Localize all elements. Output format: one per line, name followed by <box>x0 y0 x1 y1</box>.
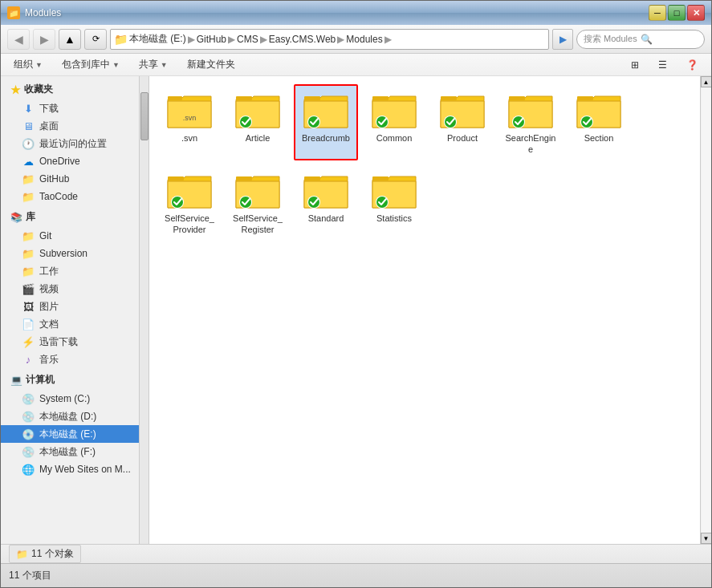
scroll-down-arrow[interactable]: ▼ <box>701 533 712 544</box>
sidebar-item-drive-f[interactable]: 💿 本地磁盘 (F:) <box>1 443 149 460</box>
scrollbar-thumb[interactable] <box>140 92 149 140</box>
sidebar-item-desktop[interactable]: 🖥 桌面 <box>1 117 149 135</box>
file-content: .svn .svn Article Breadc <box>149 76 711 544</box>
pictures-icon: 🖼 <box>22 301 35 313</box>
file-label: SelfService_Provider <box>162 213 217 236</box>
svg-rect-31 <box>577 96 593 100</box>
file-item[interactable]: Statistics <box>362 164 426 241</box>
sidebar-item-pictures[interactable]: 🖼 图片 <box>1 298 149 315</box>
breadcrumb-sep: ▶ <box>260 34 267 45</box>
sidebar-header-library[interactable]: 📚 库 <box>1 207 149 227</box>
sidebar-header-favorites[interactable]: ★ 收藏夹 <box>1 79 149 99</box>
sidebar-item-drive-e[interactable]: 💿 本地磁盘 (E:) <box>1 425 149 443</box>
address-bar[interactable]: 📁 本地磁盘 (E:) ▶ GitHub ▶ CMS ▶ Easy.CMS.We… <box>110 29 549 50</box>
menu-help[interactable]: ❓ <box>678 57 706 73</box>
folder-icon-container <box>370 89 418 131</box>
sidebar-item-drive-c[interactable]: 💿 System (C:) <box>1 390 149 408</box>
svg-rect-11 <box>304 96 320 100</box>
file-item[interactable]: Article <box>226 84 290 160</box>
file-item[interactable]: SearchEngine <box>498 84 563 160</box>
file-label: Product <box>447 132 478 144</box>
menu-include-library[interactable]: 包含到库中 ▼ <box>54 55 128 74</box>
sidebar-scrollbar[interactable] <box>139 76 149 544</box>
subversion-icon: 📁 <box>22 248 35 260</box>
back-button[interactable]: ◀ <box>7 29 30 50</box>
svg-rect-6 <box>236 96 252 100</box>
svg-rect-36 <box>168 176 184 180</box>
breadcrumb-item[interactable]: Easy.CMS.Web <box>269 34 336 45</box>
sidebar-header-computer[interactable]: 💻 计算机 <box>1 370 149 390</box>
breadcrumb-item[interactable]: GitHub <box>197 34 226 45</box>
sidebar-item-drive-d[interactable]: 💿 本地磁盘 (D:) <box>1 408 149 425</box>
menu-organize[interactable]: 组织 ▼ <box>6 55 51 74</box>
file-item[interactable]: SelfService_Register <box>226 164 290 241</box>
go-button[interactable]: ▶ <box>552 29 573 50</box>
breadcrumb-sep: ▶ <box>384 34 392 45</box>
search-label: 搜索 Modules <box>584 33 637 45</box>
menu-new-folder[interactable]: 新建文件夹 <box>179 55 243 74</box>
sidebar-item-thunder[interactable]: ⚡ 迅雷下载 <box>1 333 149 351</box>
minimize-button[interactable]: ─ <box>649 5 666 21</box>
sidebar-item-download[interactable]: ⬇ 下载 <box>1 99 149 117</box>
main-window: 📁 Modules ─ □ ✕ ◀ ▶ ▲ ⟳ 📁 本地磁盘 (E:) ▶ Gi… <box>0 0 712 588</box>
sidebar-item-work[interactable]: 📁 工作 <box>1 262 149 280</box>
sidebar-section-computer: 💻 计算机 💿 System (C:) 💿 本地磁盘 (D:) 💿 本地磁盘 (… <box>1 370 149 478</box>
folder-icon-container <box>234 89 282 131</box>
maximize-button[interactable]: □ <box>668 5 686 21</box>
breadcrumb-item[interactable]: Modules <box>346 34 382 45</box>
svg-rect-26 <box>509 96 525 100</box>
sidebar-item-video[interactable]: 🎬 视频 <box>1 280 149 298</box>
breadcrumb-item[interactable]: 本地磁盘 (E:) <box>129 32 186 46</box>
file-item[interactable]: Standard <box>294 164 358 241</box>
folder-icon-container <box>507 89 555 131</box>
file-label: SelfService_Register <box>230 213 285 236</box>
file-item[interactable]: Product <box>430 84 494 160</box>
file-item[interactable]: Common <box>362 84 426 160</box>
svg-rect-2 <box>168 96 182 100</box>
sidebar-item-music[interactable]: ♪ 音乐 <box>1 351 149 368</box>
folder-icon-container <box>302 89 350 131</box>
svg-rect-41 <box>236 176 252 180</box>
close-button[interactable]: ✕ <box>687 5 705 21</box>
sidebar-item-taocode[interactable]: 📁 TaoCode <box>1 188 149 205</box>
search-bar[interactable]: 搜索 Modules 🔍 <box>576 30 705 49</box>
github-folder-icon: 📁 <box>22 173 35 185</box>
sidebar-item-documents[interactable]: 📄 文档 <box>1 315 149 333</box>
sidebar-item-github[interactable]: 📁 GitHub <box>1 170 149 188</box>
music-icon: ♪ <box>22 354 35 366</box>
file-item[interactable]: SelfService_Provider <box>157 164 222 241</box>
window-title: Modules <box>25 7 61 18</box>
up-button[interactable]: ▲ <box>59 29 81 50</box>
menu-share[interactable]: 共享 ▼ <box>131 55 176 74</box>
menu-view-icons[interactable]: ⊞ <box>623 57 647 73</box>
menu-view-list[interactable]: ☰ <box>650 57 675 73</box>
svg-rect-16 <box>372 96 389 100</box>
sidebar-item-onedrive[interactable]: ☁ OneDrive <box>1 152 149 170</box>
sidebar-item-git[interactable]: 📁 Git <box>1 227 149 245</box>
drive-c-icon: 💿 <box>22 393 35 405</box>
scroll-track[interactable] <box>702 87 711 533</box>
sidebar: ★ 收藏夹 ⬇ 下载 🖥 桌面 🕐 最近访问的位置 ☁ OneDrive <box>1 76 149 544</box>
taocode-folder-icon: 📁 <box>22 191 35 203</box>
sidebar-section-library: 📚 库 📁 Git 📁 Subversion 📁 工作 🎬 视频 <box>1 207 149 368</box>
file-item[interactable]: Section <box>567 84 631 160</box>
file-label: Breadcrumb <box>302 132 350 144</box>
status-bar: 📁 11 个对象 <box>1 544 711 563</box>
folder-icon-container <box>370 169 418 211</box>
file-item[interactable]: Breadcrumb <box>294 84 358 160</box>
menu-arrow: ▼ <box>112 61 120 69</box>
content-scrollbar[interactable]: ▲ ▼ <box>700 76 711 544</box>
sidebar-section-favorites: ★ 收藏夹 ⬇ 下载 🖥 桌面 🕐 最近访问的位置 ☁ OneDrive <box>1 79 149 205</box>
scroll-up-arrow[interactable]: ▲ <box>701 76 712 87</box>
sidebar-item-subversion[interactable]: 📁 Subversion <box>1 245 149 262</box>
breadcrumb-item[interactable]: CMS <box>237 34 258 45</box>
refresh-button[interactable]: ⟳ <box>84 29 107 50</box>
sidebar-item-recent[interactable]: 🕐 最近访问的位置 <box>1 135 149 152</box>
forward-button[interactable]: ▶ <box>33 29 55 50</box>
svg-text:.svn: .svn <box>183 114 197 122</box>
sidebar-item-web[interactable]: 🌐 My Web Sites on M... <box>1 460 149 478</box>
folder-icon-container <box>234 169 282 211</box>
file-label: Section <box>584 132 614 144</box>
items-count: 11 个项目 <box>9 569 51 582</box>
file-item[interactable]: .svn .svn <box>157 84 222 160</box>
